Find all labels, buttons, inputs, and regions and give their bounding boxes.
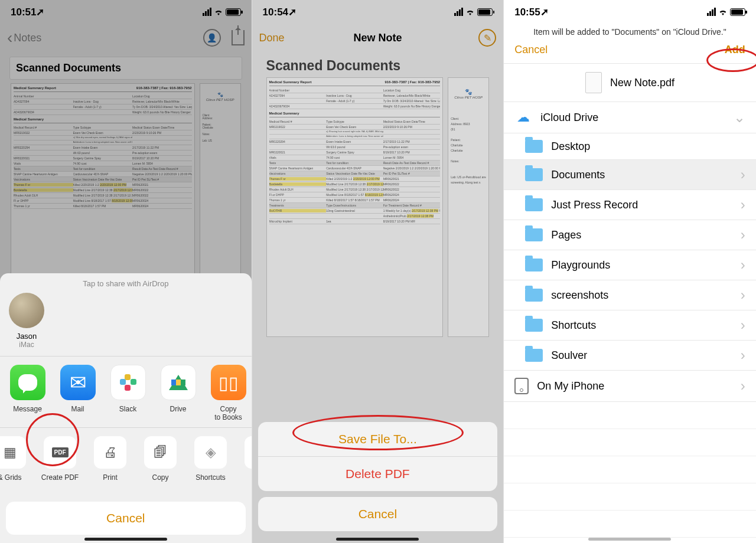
action-copy[interactable]: 🗐 Copy xyxy=(135,436,185,490)
share-icon[interactable] xyxy=(232,30,245,45)
collaborate-icon[interactable]: 👤 xyxy=(203,29,221,47)
message-icon xyxy=(10,365,45,400)
icloud-label: iCloud Drive xyxy=(540,112,598,124)
books-icon: ▯▯ xyxy=(211,365,246,400)
mail-icon: ✉︎ xyxy=(60,365,96,400)
scanned-page-2: 🐾 Citrus PET HOSP Client:Address:Patient… xyxy=(200,83,241,278)
share-sheet: Tap to share with AirDrop Jason iMac Mes… xyxy=(0,273,252,543)
share-actions-row: ▦ & Grids PDF Create PDF 🖨 Print 🗐 Copy … xyxy=(0,428,252,496)
folder-icon xyxy=(525,259,543,272)
action-lines-grids[interactable]: ▦ & Grids xyxy=(0,436,35,490)
folder-icon xyxy=(525,319,543,332)
cancel-button[interactable]: Cancel xyxy=(514,44,548,56)
contact-name: Jason xyxy=(17,332,37,341)
filename: New Note.pdf xyxy=(610,77,674,89)
folder-screenshots[interactable]: screenshots › xyxy=(504,280,756,310)
folder-icon xyxy=(525,228,543,241)
folder-icon xyxy=(525,168,543,181)
shortcuts-icon: ◈ xyxy=(194,436,227,469)
share-message[interactable]: Message xyxy=(2,365,53,421)
battery-icon xyxy=(477,8,493,16)
phone-screen-files-picker: 10:55➚ Item will be added to "Documents"… xyxy=(504,0,756,543)
print-icon: 🖨 xyxy=(94,436,126,469)
chevron-right-icon: › xyxy=(741,347,745,364)
cancel-button[interactable]: Cancel xyxy=(6,502,246,535)
folder-documents[interactable]: Documents › xyxy=(504,160,756,190)
file-icon xyxy=(585,72,602,93)
wifi-icon xyxy=(214,8,223,15)
folder-icon xyxy=(525,198,543,211)
note-title: Scanned Documents xyxy=(266,58,490,74)
on-my-iphone-row[interactable]: On My iPhone › xyxy=(504,371,756,402)
save-file-to-button[interactable]: Save File To... xyxy=(258,422,498,457)
back-button[interactable]: ‹ Notes xyxy=(7,28,41,47)
cell-signal-icon xyxy=(203,8,211,16)
cell-signal-icon xyxy=(454,8,463,16)
scanned-page-2: 🐾 Citrus PET HOSP Client:Address: 8923(9… xyxy=(448,77,489,337)
cell-signal-icon xyxy=(707,8,716,16)
wifi-icon xyxy=(718,8,728,15)
delete-pdf-button[interactable]: Delete PDF xyxy=(258,457,498,491)
action-create-pdf[interactable]: PDF Create PDF xyxy=(35,436,85,490)
status-bar: 10:54➚ xyxy=(252,0,504,24)
drive-icon xyxy=(161,365,196,400)
folder-just-press-record[interactable]: Just Press Record › xyxy=(504,190,756,220)
slack-icon xyxy=(110,365,146,400)
note-title: Scanned Documents xyxy=(9,57,242,80)
document-preview: Medical Summary Report916-383-7387 | Fax… xyxy=(11,83,241,278)
share-drive[interactable]: Drive xyxy=(153,365,203,421)
chevron-right-icon: › xyxy=(741,257,745,273)
folder-desktop[interactable]: Desktop xyxy=(504,133,756,160)
folder-playgrounds[interactable]: Playgrounds › xyxy=(504,250,756,280)
nav-bar: ‹ Notes 👤 xyxy=(0,24,252,52)
folder-icon xyxy=(525,349,543,362)
phone-screen-share-sheet: 10:51➚ ‹ Notes 👤 Scanned Documents Medic… xyxy=(0,0,252,543)
airdrop-contact[interactable]: Jason iMac xyxy=(0,293,53,356)
nav-bar: Done New Note ✎ xyxy=(252,24,504,52)
done-button[interactable]: Done xyxy=(259,32,285,44)
chevron-right-icon: › xyxy=(741,287,745,303)
scanned-page-1: Medical Summary Report916-383-7387 | Fax… xyxy=(266,77,444,337)
cancel-button[interactable]: Cancel xyxy=(258,497,498,531)
grid-icon: ▦ xyxy=(0,436,26,469)
action-save[interactable]: 🗂 Save xyxy=(236,436,252,490)
share-apps-row: Message ✉︎ Mail Slack Drive ▯▯ Copy to B… xyxy=(0,356,252,427)
back-label: Notes xyxy=(14,32,41,44)
chevron-right-icon: › xyxy=(741,166,745,183)
chevron-down-icon: ⌄ xyxy=(734,109,745,126)
icloud-drive-row[interactable]: ☁︎ iCloud Drive ⌄ xyxy=(504,102,756,133)
markup-icon[interactable]: ✎ xyxy=(478,29,496,47)
home-indicator[interactable] xyxy=(588,538,671,541)
share-books[interactable]: ▯▯ Copy to Books xyxy=(203,365,252,421)
battery-icon xyxy=(226,8,241,16)
action-print[interactable]: 🖨 Print xyxy=(85,436,135,490)
share-slack[interactable]: Slack xyxy=(103,365,153,421)
device-icon xyxy=(514,378,529,394)
add-button[interactable]: Add xyxy=(725,44,745,56)
phone-screen-pdf-actions: 10:54➚ Done New Note ✎ Scanned Documents… xyxy=(252,0,504,543)
wifi-icon xyxy=(465,8,475,15)
status-bar: 10:55➚ xyxy=(504,0,756,24)
action-sheet: Save File To... Delete PDF Cancel xyxy=(258,422,498,537)
home-indicator[interactable] xyxy=(84,538,167,541)
action-shortcuts[interactable]: ◈ Shortcuts xyxy=(185,436,236,490)
nav-bar: Cancel Add xyxy=(504,38,756,63)
folder-shortcuts[interactable]: Shortcuts › xyxy=(504,310,756,341)
home-indicator[interactable] xyxy=(336,538,419,541)
folder-soulver[interactable]: Soulver › xyxy=(504,341,756,371)
folder-pages[interactable]: Pages › xyxy=(504,220,756,250)
cloud-icon: ☁︎ xyxy=(514,111,532,124)
scanned-page-1: Medical Summary Report916-383-7387 | Fax… xyxy=(11,83,195,278)
chevron-right-icon: › xyxy=(741,317,745,333)
destination-subtitle: Item will be added to "Documents" on "iC… xyxy=(504,24,756,38)
chevron-right-icon: › xyxy=(741,197,745,213)
battery-icon xyxy=(730,8,745,16)
avatar xyxy=(9,293,44,328)
contact-device: iMac xyxy=(19,341,34,349)
airdrop-header: Tap to share with AirDrop xyxy=(0,273,252,293)
chevron-right-icon: › xyxy=(741,227,745,243)
page-title: New Note xyxy=(353,32,402,44)
copy-icon: 🗐 xyxy=(144,436,177,469)
share-mail[interactable]: ✉︎ Mail xyxy=(53,365,103,421)
chevron-right-icon: › xyxy=(741,378,745,394)
